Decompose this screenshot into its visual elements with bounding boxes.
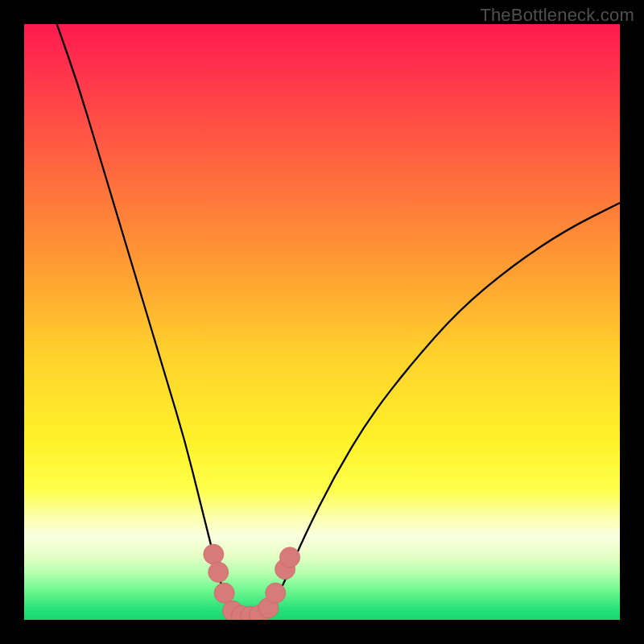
left-curve <box>57 24 239 617</box>
chart-svg <box>24 24 620 620</box>
trough-marker <box>214 583 234 603</box>
right-curve <box>262 203 620 617</box>
trough-marker <box>208 562 229 582</box>
trough-marker <box>279 547 299 568</box>
watermark-text: TheBottleneck.com <box>480 5 634 26</box>
outer-frame: TheBottleneck.com <box>0 0 644 644</box>
plot-area <box>24 24 620 620</box>
trough-marker <box>266 583 286 603</box>
trough-marker <box>204 544 224 564</box>
trough-markers <box>204 544 300 620</box>
